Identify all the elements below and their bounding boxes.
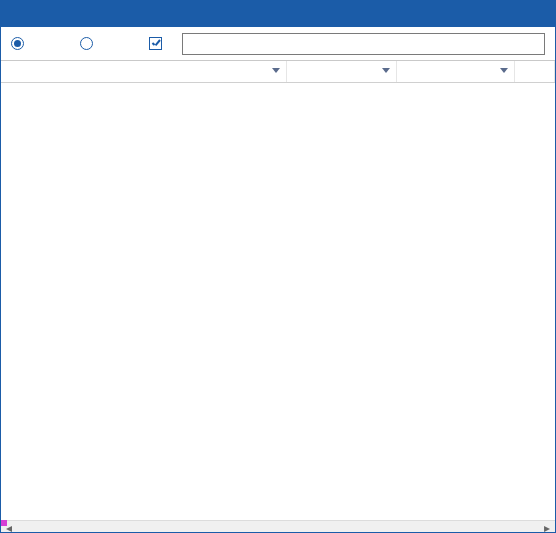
grid-header bbox=[1, 61, 555, 83]
radio-user[interactable] bbox=[11, 37, 30, 50]
scroll-right-icon[interactable]: ▸ bbox=[539, 521, 555, 534]
col-header-type[interactable] bbox=[515, 61, 555, 82]
col-header-name[interactable] bbox=[1, 61, 287, 82]
window-titlebar bbox=[1, 1, 555, 27]
radio-dot-icon bbox=[80, 37, 93, 50]
radio-dot-icon bbox=[11, 37, 24, 50]
checkbox-icon bbox=[149, 37, 162, 50]
horizontal-scrollbar[interactable]: ◂ ▸ bbox=[1, 520, 555, 533]
search-input[interactable] bbox=[182, 33, 545, 55]
col-header-address[interactable] bbox=[397, 61, 515, 82]
grid-wrap bbox=[1, 61, 555, 520]
chevron-down-icon[interactable] bbox=[382, 68, 390, 73]
toolbar bbox=[1, 27, 555, 61]
chevron-down-icon[interactable] bbox=[272, 68, 280, 73]
scroll-left-icon[interactable]: ◂ bbox=[1, 521, 17, 534]
radio-system[interactable] bbox=[80, 37, 99, 50]
scroll-track[interactable] bbox=[17, 521, 539, 534]
checkbox-classification[interactable] bbox=[149, 37, 168, 50]
tags-grid bbox=[1, 61, 555, 520]
col-header-device[interactable] bbox=[287, 61, 397, 82]
chevron-down-icon[interactable] bbox=[500, 68, 508, 73]
